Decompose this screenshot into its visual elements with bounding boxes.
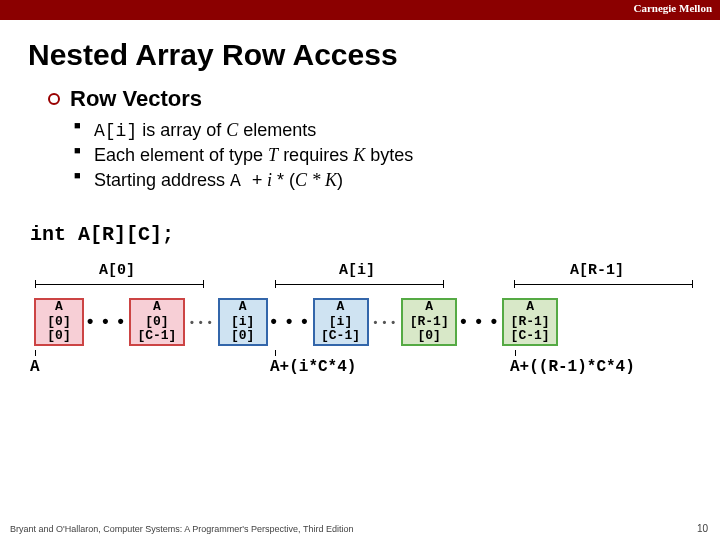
header-bar: Carnegie Mellon: [0, 0, 720, 20]
cell-i-c1: A [i] [C-1]: [313, 298, 369, 346]
slide-title: Nested Array Row Access: [0, 20, 720, 82]
cell-0-0: A [0] [0]: [34, 298, 84, 346]
bullet-circle-icon: [48, 93, 60, 105]
address-r1: A+((R-1)*C*4): [510, 358, 635, 376]
cell-r1-c1: A [R-1] [C-1]: [502, 298, 558, 346]
ellipsis-icon: • • •: [185, 316, 218, 328]
row-label-0: A[0]: [87, 262, 147, 279]
bullet-item-2: Each element of type T requires K bytes: [94, 143, 680, 167]
ellipsis-icon: • • •: [369, 316, 402, 328]
declaration-code: int A[R][C];: [0, 193, 720, 262]
bullet-item-1: A[i] is array of C elements: [94, 118, 680, 143]
cell-i-0: A [i] [0]: [218, 298, 268, 346]
page-number: 10: [697, 523, 708, 534]
row-label-r1: A[R-1]: [567, 262, 627, 279]
ellipsis-icon: • • •: [268, 311, 313, 332]
brand-label: Carnegie Mellon: [633, 2, 712, 14]
array-diagram: A[0] A[i] A[R-1] A [0] [0] • • • A [0] […: [12, 262, 708, 412]
subtitle: Row Vectors: [70, 86, 202, 112]
cell-r1-0: A [R-1] [0]: [401, 298, 457, 346]
row-label-i: A[i]: [327, 262, 387, 279]
ellipsis-icon: • • •: [457, 311, 502, 332]
subtitle-row: Row Vectors: [48, 86, 680, 112]
bullet-item-3: Starting address A + i * (C * K): [94, 168, 680, 193]
cell-0-c1: A [0] [C-1]: [129, 298, 185, 346]
bullet-list: A[i] is array of C elements Each element…: [48, 118, 680, 193]
footer-credit: Bryant and O'Hallaron, Computer Systems:…: [10, 524, 353, 534]
address-i: A+(i*C*4): [270, 358, 356, 376]
ellipsis-icon: • • •: [84, 311, 129, 332]
box-row: A [0] [0] • • • A [0] [C-1] • • • A [i] …: [34, 298, 558, 346]
address-a: A: [30, 358, 40, 376]
